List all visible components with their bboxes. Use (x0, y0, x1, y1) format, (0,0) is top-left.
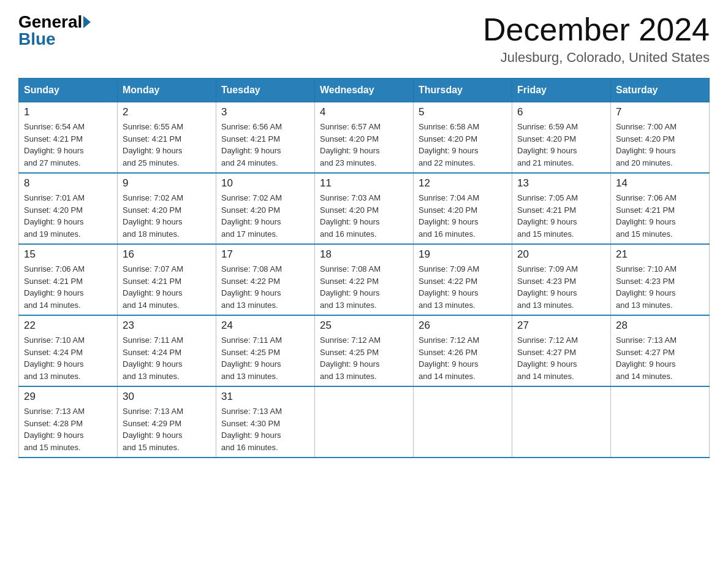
day-number: 26 (419, 320, 507, 332)
page-header: General Blue December 2024 Julesburg, Co… (18, 12, 710, 66)
day-info: Sunrise: 7:12 AMSunset: 4:26 PMDaylight:… (419, 334, 507, 382)
day-info: Sunrise: 7:12 AMSunset: 4:25 PMDaylight:… (320, 334, 408, 382)
day-number: 1 (24, 106, 112, 118)
day-cell: 10Sunrise: 7:02 AMSunset: 4:20 PMDayligh… (216, 173, 315, 244)
day-number: 21 (616, 248, 704, 261)
logo-blue: Blue (18, 29, 56, 48)
day-number: 14 (616, 177, 704, 190)
day-cell: 8Sunrise: 7:01 AMSunset: 4:20 PMDaylight… (19, 173, 118, 244)
day-info: Sunrise: 7:08 AMSunset: 4:22 PMDaylight:… (320, 263, 408, 311)
day-cell (315, 386, 414, 458)
day-cell: 11Sunrise: 7:03 AMSunset: 4:20 PMDayligh… (315, 173, 414, 244)
day-cell: 30Sunrise: 7:13 AMSunset: 4:29 PMDayligh… (118, 386, 216, 458)
day-number: 11 (320, 177, 408, 190)
day-number: 12 (419, 177, 507, 190)
day-cell: 9Sunrise: 7:02 AMSunset: 4:20 PMDaylight… (118, 173, 216, 244)
day-number: 23 (123, 320, 211, 332)
title-section: December 2024 Julesburg, Colorado, Unite… (483, 12, 710, 66)
day-info: Sunrise: 7:06 AMSunset: 4:21 PMDaylight:… (24, 263, 112, 311)
weekday-header-row: SundayMondayTuesdayWednesdayThursdayFrid… (19, 79, 710, 102)
day-number: 15 (24, 248, 112, 261)
day-info: Sunrise: 6:58 AMSunset: 4:20 PMDaylight:… (419, 121, 507, 169)
day-number: 7 (616, 106, 704, 118)
day-cell: 14Sunrise: 7:06 AMSunset: 4:21 PMDayligh… (611, 173, 710, 244)
day-info: Sunrise: 6:57 AMSunset: 4:20 PMDaylight:… (320, 121, 408, 169)
day-number: 25 (320, 320, 408, 332)
day-number: 5 (419, 106, 507, 118)
logo-arrow-icon (83, 16, 91, 28)
day-cell (611, 386, 710, 458)
day-info: Sunrise: 7:00 AMSunset: 4:20 PMDaylight:… (616, 121, 704, 169)
day-info: Sunrise: 7:12 AMSunset: 4:27 PMDaylight:… (517, 334, 605, 382)
day-number: 16 (123, 248, 211, 261)
day-info: Sunrise: 7:06 AMSunset: 4:21 PMDaylight:… (616, 192, 704, 240)
day-cell: 18Sunrise: 7:08 AMSunset: 4:22 PMDayligh… (315, 244, 414, 315)
day-number: 4 (320, 106, 408, 118)
day-number: 30 (123, 391, 211, 403)
day-cell: 24Sunrise: 7:11 AMSunset: 4:25 PMDayligh… (216, 315, 315, 386)
week-row-3: 15Sunrise: 7:06 AMSunset: 4:21 PMDayligh… (19, 244, 710, 315)
day-cell: 26Sunrise: 7:12 AMSunset: 4:26 PMDayligh… (414, 315, 512, 386)
day-cell: 25Sunrise: 7:12 AMSunset: 4:25 PMDayligh… (315, 315, 414, 386)
week-row-4: 22Sunrise: 7:10 AMSunset: 4:24 PMDayligh… (19, 315, 710, 386)
day-info: Sunrise: 7:13 AMSunset: 4:30 PMDaylight:… (221, 405, 309, 453)
day-cell: 13Sunrise: 7:05 AMSunset: 4:21 PMDayligh… (512, 173, 611, 244)
location: Julesburg, Colorado, United States (483, 50, 710, 66)
day-cell: 7Sunrise: 7:00 AMSunset: 4:20 PMDaylight… (611, 102, 710, 174)
day-number: 22 (24, 320, 112, 332)
week-row-2: 8Sunrise: 7:01 AMSunset: 4:20 PMDaylight… (19, 173, 710, 244)
day-cell: 2Sunrise: 6:55 AMSunset: 4:21 PMDaylight… (118, 102, 216, 174)
day-number: 19 (419, 248, 507, 261)
day-cell: 31Sunrise: 7:13 AMSunset: 4:30 PMDayligh… (216, 386, 315, 458)
week-row-1: 1Sunrise: 6:54 AMSunset: 4:21 PMDaylight… (19, 102, 710, 174)
day-info: Sunrise: 7:11 AMSunset: 4:24 PMDaylight:… (123, 334, 211, 382)
day-info: Sunrise: 7:01 AMSunset: 4:20 PMDaylight:… (24, 192, 112, 240)
day-info: Sunrise: 6:55 AMSunset: 4:21 PMDaylight:… (123, 121, 211, 169)
day-info: Sunrise: 7:07 AMSunset: 4:21 PMDaylight:… (123, 263, 211, 311)
day-number: 29 (24, 391, 112, 403)
day-cell: 1Sunrise: 6:54 AMSunset: 4:21 PMDaylight… (19, 102, 118, 174)
weekday-header-monday: Monday (118, 79, 216, 102)
day-cell: 27Sunrise: 7:12 AMSunset: 4:27 PMDayligh… (512, 315, 611, 386)
day-cell: 19Sunrise: 7:09 AMSunset: 4:22 PMDayligh… (414, 244, 512, 315)
day-cell (414, 386, 512, 458)
day-info: Sunrise: 6:54 AMSunset: 4:21 PMDaylight:… (24, 121, 112, 169)
weekday-header-friday: Friday (512, 79, 611, 102)
day-number: 9 (123, 177, 211, 190)
day-info: Sunrise: 7:02 AMSunset: 4:20 PMDaylight:… (123, 192, 211, 240)
day-number: 3 (221, 106, 309, 118)
day-number: 18 (320, 248, 408, 261)
day-info: Sunrise: 7:13 AMSunset: 4:28 PMDaylight:… (24, 405, 112, 453)
day-info: Sunrise: 7:02 AMSunset: 4:20 PMDaylight:… (221, 192, 309, 240)
day-number: 6 (517, 106, 605, 118)
weekday-header-wednesday: Wednesday (315, 79, 414, 102)
day-info: Sunrise: 7:03 AMSunset: 4:20 PMDaylight:… (320, 192, 408, 240)
day-info: Sunrise: 6:56 AMSunset: 4:21 PMDaylight:… (221, 121, 309, 169)
calendar-table: SundayMondayTuesdayWednesdayThursdayFrid… (18, 78, 710, 458)
day-cell: 6Sunrise: 6:59 AMSunset: 4:20 PMDaylight… (512, 102, 611, 174)
day-info: Sunrise: 7:09 AMSunset: 4:23 PMDaylight:… (517, 263, 605, 311)
day-info: Sunrise: 7:10 AMSunset: 4:23 PMDaylight:… (616, 263, 704, 311)
day-cell: 28Sunrise: 7:13 AMSunset: 4:27 PMDayligh… (611, 315, 710, 386)
day-number: 17 (221, 248, 309, 261)
day-cell: 12Sunrise: 7:04 AMSunset: 4:20 PMDayligh… (414, 173, 512, 244)
day-info: Sunrise: 7:13 AMSunset: 4:27 PMDaylight:… (616, 334, 704, 382)
day-cell: 4Sunrise: 6:57 AMSunset: 4:20 PMDaylight… (315, 102, 414, 174)
day-cell: 23Sunrise: 7:11 AMSunset: 4:24 PMDayligh… (118, 315, 216, 386)
weekday-header-saturday: Saturday (611, 79, 710, 102)
day-info: Sunrise: 7:10 AMSunset: 4:24 PMDaylight:… (24, 334, 112, 382)
day-info: Sunrise: 7:08 AMSunset: 4:22 PMDaylight:… (221, 263, 309, 311)
day-cell (512, 386, 611, 458)
day-cell: 17Sunrise: 7:08 AMSunset: 4:22 PMDayligh… (216, 244, 315, 315)
day-cell: 3Sunrise: 6:56 AMSunset: 4:21 PMDaylight… (216, 102, 315, 174)
weekday-header-tuesday: Tuesday (216, 79, 315, 102)
day-info: Sunrise: 7:11 AMSunset: 4:25 PMDaylight:… (221, 334, 309, 382)
day-info: Sunrise: 7:05 AMSunset: 4:21 PMDaylight:… (517, 192, 605, 240)
day-info: Sunrise: 6:59 AMSunset: 4:20 PMDaylight:… (517, 121, 605, 169)
day-number: 27 (517, 320, 605, 332)
day-number: 24 (221, 320, 309, 332)
day-cell: 29Sunrise: 7:13 AMSunset: 4:28 PMDayligh… (19, 386, 118, 458)
day-number: 10 (221, 177, 309, 190)
day-info: Sunrise: 7:09 AMSunset: 4:22 PMDaylight:… (419, 263, 507, 311)
day-cell: 20Sunrise: 7:09 AMSunset: 4:23 PMDayligh… (512, 244, 611, 315)
